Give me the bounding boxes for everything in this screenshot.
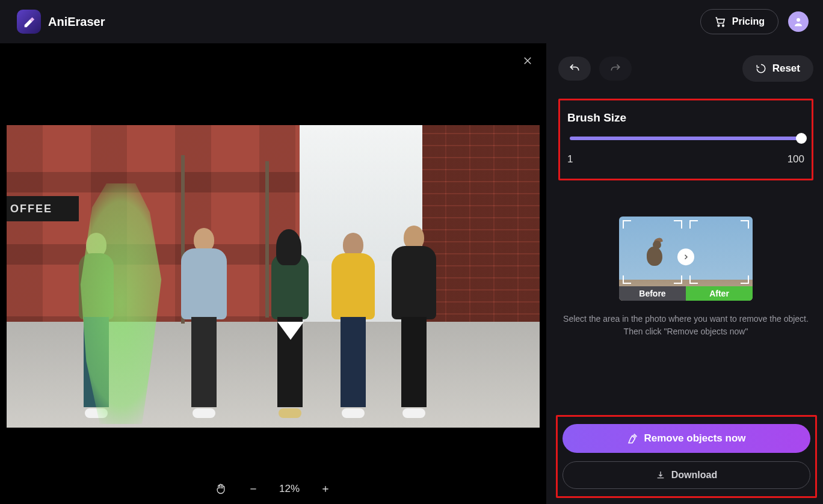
- brush-size-section: Brush Size 1 100: [558, 99, 813, 180]
- person-masked: [79, 233, 114, 419]
- sidebar: Reset Brush Size 1 100: [546, 43, 823, 504]
- eraser-icon: [17, 10, 41, 34]
- history-row: Reset: [558, 55, 813, 82]
- scene-tree: [265, 161, 269, 318]
- redo-icon: [609, 63, 621, 75]
- brush-size-slider[interactable]: [570, 137, 802, 140]
- reset-button[interactable]: Reset: [742, 55, 813, 82]
- logo[interactable]: AniEraser: [17, 10, 105, 34]
- preview-labels: Before After: [619, 286, 753, 301]
- user-icon: [793, 16, 804, 27]
- svg-point-2: [797, 18, 800, 22]
- undo-button[interactable]: [558, 57, 591, 81]
- person: [331, 233, 375, 419]
- person: [181, 228, 227, 419]
- after-label: After: [686, 286, 753, 301]
- close-icon: [522, 55, 533, 66]
- undo-redo-group: [558, 57, 632, 81]
- slider-thumb[interactable]: [796, 133, 807, 144]
- main: OFFEE: [0, 43, 823, 504]
- minus-icon: [248, 484, 258, 494]
- close-button[interactable]: [522, 55, 533, 69]
- redo-button[interactable]: [599, 57, 632, 81]
- pricing-label: Pricing: [732, 16, 765, 27]
- preview-area: Before After Select the area in the phot…: [558, 217, 813, 338]
- before-label: Before: [619, 286, 686, 301]
- avatar[interactable]: [788, 11, 809, 32]
- header-right: Pricing: [700, 9, 809, 34]
- zoom-in-button[interactable]: [319, 482, 332, 496]
- app-name: AniEraser: [48, 15, 105, 29]
- cart-icon: [714, 16, 726, 28]
- bird-icon: [642, 239, 667, 267]
- coffee-sign: OFFEE: [7, 196, 79, 221]
- scene-building-left: [7, 125, 300, 337]
- person: [271, 233, 309, 419]
- app-header: AniEraser Pricing: [0, 0, 823, 43]
- svg-point-1: [723, 25, 724, 26]
- preview-divider: [677, 248, 694, 265]
- undo-icon: [569, 63, 581, 75]
- slider-max: 100: [788, 153, 804, 165]
- slider-range-labels: 1 100: [567, 153, 804, 165]
- canvas-area: OFFEE: [0, 43, 546, 504]
- brush-size-title: Brush Size: [567, 111, 804, 124]
- chevron-right-icon: [682, 253, 689, 260]
- remove-objects-button[interactable]: Remove objects now: [563, 424, 810, 453]
- download-icon: [656, 470, 665, 480]
- pan-tool[interactable]: [214, 482, 227, 496]
- before-after-preview: Before After: [619, 217, 753, 301]
- instruction-text: Select the area in the photo where you w…: [558, 313, 813, 338]
- download-button[interactable]: Download: [563, 461, 810, 489]
- hand-icon: [215, 482, 227, 496]
- canvas-image[interactable]: OFFEE: [7, 125, 540, 428]
- svg-point-0: [718, 25, 720, 26]
- zoom-out-button[interactable]: [247, 482, 260, 496]
- broom-icon: [627, 433, 638, 444]
- person: [392, 226, 436, 419]
- action-section: Remove objects now Download: [556, 415, 817, 498]
- pricing-button[interactable]: Pricing: [700, 9, 778, 34]
- zoom-value: 12%: [279, 483, 300, 495]
- download-label: Download: [671, 470, 717, 481]
- remove-label: Remove objects now: [644, 432, 745, 444]
- reset-icon: [756, 63, 766, 74]
- plus-icon: [321, 484, 330, 494]
- zoom-toolbar: 12%: [214, 482, 332, 496]
- slider-min: 1: [567, 153, 573, 165]
- reset-label: Reset: [772, 63, 800, 75]
